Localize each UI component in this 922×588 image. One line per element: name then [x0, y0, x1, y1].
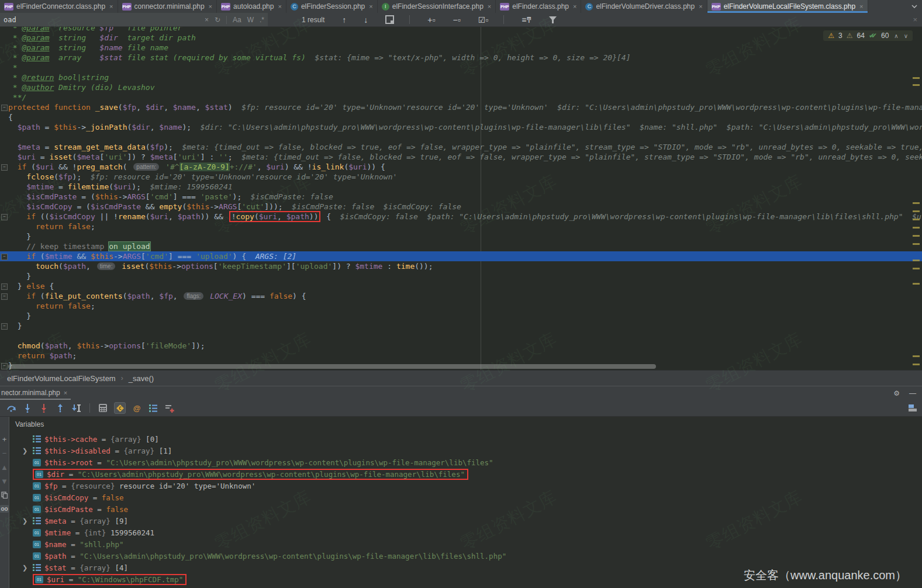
- editor-tab[interactable]: IelFinderSessionInterface.php×: [378, 0, 496, 13]
- editor-tab[interactable]: CelFinderSession.php×: [286, 0, 378, 13]
- previous-occurrence-icon[interactable]: ↑: [342, 15, 346, 25]
- settings-gear-icon[interactable]: ⚙: [893, 389, 900, 397]
- variable-row[interactable]: 01$mtime = {int} 1599560241: [9, 527, 922, 538]
- error-stripe-mark[interactable]: [913, 84, 920, 86]
- variable-row[interactable]: 01$name = "shll.php": [9, 538, 922, 550]
- fold-marker-icon[interactable]: −: [1, 164, 8, 171]
- layout-settings-icon[interactable]: [908, 400, 917, 416]
- code-line: * @author Dmitry (dio) Levashov: [0, 82, 922, 92]
- editor-tab[interactable]: PHPconnector.minimal.php×: [118, 0, 217, 13]
- add-occurrence-icon[interactable]: +▫: [427, 15, 435, 25]
- fold-marker-icon[interactable]: −: [1, 283, 8, 290]
- force-step-into-icon[interactable]: [39, 403, 49, 413]
- show-values-inline-icon[interactable]: C: [114, 402, 126, 414]
- variable-row[interactable]: 01$path = "C:\Users\admin\phpstudy_pro\W…: [9, 550, 922, 562]
- variable-row[interactable]: 01$isCmdCopy = false: [9, 492, 922, 503]
- debug-tab[interactable]: nector.minimal.php ×: [0, 386, 71, 400]
- error-stripe-mark[interactable]: [913, 210, 920, 212]
- add-watch-icon[interactable]: +: [2, 435, 7, 443]
- code-editor[interactable]: * @param resource $fp file pointer * @pa…: [0, 27, 922, 370]
- fold-marker-icon[interactable]: −: [1, 293, 8, 300]
- show-watches-icon[interactable]: oo: [0, 505, 9, 513]
- error-stripe-mark[interactable]: [913, 260, 920, 261]
- inspections-widget[interactable]: ⚠3 ⚠64 ✔✔60 ∧ ∨: [823, 30, 913, 41]
- search-input[interactable]: oad × ↻ Aa W .*: [0, 13, 268, 26]
- close-debug-tab-icon[interactable]: ×: [64, 389, 67, 396]
- editor-tab[interactable]: PHPelFinderConnector.class.php×: [0, 0, 118, 13]
- evaluate-expression-icon[interactable]: [98, 403, 108, 413]
- expand-chevron-icon[interactable]: ❯: [22, 517, 27, 525]
- numbered-list-icon[interactable]: [148, 403, 158, 413]
- error-stripe-mark[interactable]: [913, 283, 920, 285]
- error-stripe-mark[interactable]: [913, 77, 920, 79]
- prev-problem-chevron-icon[interactable]: ∧: [894, 33, 898, 39]
- next-problem-chevron-icon[interactable]: ∨: [904, 33, 908, 39]
- close-find-bar-icon[interactable]: ×: [913, 15, 917, 24]
- show-references-icon[interactable]: @: [132, 403, 142, 413]
- breadcrumb-class[interactable]: elFinderVolumeLocalFileSystem: [7, 374, 116, 383]
- editor-tab[interactable]: CelFinderVolumeDriver.class.php×: [581, 0, 707, 13]
- move-down-icon[interactable]: ▼: [1, 478, 8, 485]
- remove-watch-icon[interactable]: −: [2, 449, 7, 457]
- expand-chevron-icon[interactable]: ❯: [22, 564, 27, 572]
- error-stripe-mark[interactable]: [913, 268, 920, 269]
- fold-marker-icon[interactable]: −: [1, 214, 8, 220]
- error-stripe-mark[interactable]: [913, 219, 920, 220]
- variable-row[interactable]: 01$fp = {resource} resource id='20' type…: [9, 480, 922, 492]
- close-tab-icon[interactable]: ×: [573, 3, 576, 10]
- variable-row[interactable]: 01$isCmdPaste = false: [9, 503, 922, 515]
- code-line: if (($isCmdCopy || !rename($uri, $path))…: [0, 212, 922, 222]
- hidden-tabs-chevron-icon[interactable]: [907, 0, 922, 13]
- fold-marker-icon[interactable]: −: [1, 363, 8, 369]
- filter-icon[interactable]: [549, 16, 557, 23]
- select-all-occurrences-icon[interactable]: ☑▫: [478, 15, 489, 25]
- move-up-icon[interactable]: ▲: [1, 464, 8, 471]
- expand-chevron-icon[interactable]: ❯: [22, 447, 27, 455]
- search-in-selection-icon[interactable]: [385, 15, 394, 24]
- variable-row[interactable]: $this->cache = {array} [0]: [9, 433, 922, 445]
- add-to-watches-icon[interactable]: [164, 403, 175, 413]
- error-stripe-mark[interactable]: [913, 235, 920, 237]
- breadcrumb-method[interactable]: _save(): [129, 374, 154, 383]
- variable-row[interactable]: ❯$this->disabled = {array} [1]: [9, 445, 922, 456]
- search-result-count: 1 result: [302, 16, 324, 24]
- hide-panel-icon[interactable]: —: [909, 389, 916, 397]
- variable-text: $uri = "C:\Windows\phpFCDF.tmp": [47, 575, 183, 584]
- filter-lines-icon[interactable]: ≡ͳ: [522, 15, 531, 25]
- editor-tab[interactable]: PHPelFinder.class.php×: [496, 0, 581, 13]
- fold-marker-icon[interactable]: −: [1, 323, 8, 330]
- error-stripe-mark[interactable]: [913, 355, 920, 357]
- close-tab-icon[interactable]: ×: [488, 3, 491, 10]
- code-line: return $path;: [0, 351, 922, 361]
- close-tab-icon[interactable]: ×: [699, 3, 702, 10]
- horizontal-scrollbar[interactable]: [8, 364, 656, 369]
- close-tab-icon[interactable]: ×: [859, 3, 863, 10]
- next-occurrence-icon[interactable]: ↓: [364, 15, 368, 25]
- clear-search-icon[interactable]: ×: [205, 16, 209, 24]
- search-history-icon[interactable]: ↻: [215, 16, 220, 24]
- match-case-icon[interactable]: Aa: [233, 16, 241, 24]
- close-tab-icon[interactable]: ×: [209, 3, 212, 10]
- error-stripe-mark[interactable]: [913, 227, 920, 229]
- close-tab-icon[interactable]: ×: [369, 3, 372, 10]
- fold-marker-icon[interactable]: −: [1, 105, 8, 111]
- step-into-icon[interactable]: [22, 403, 33, 413]
- error-stripe-mark[interactable]: [913, 243, 920, 245]
- regex-icon[interactable]: .*: [260, 16, 264, 24]
- error-stripe-mark[interactable]: [913, 202, 920, 204]
- remove-occurrence-icon[interactable]: −▫: [453, 15, 461, 25]
- variable-row[interactable]: ❯$meta = {array} [9]: [9, 515, 922, 527]
- step-over-icon[interactable]: [6, 403, 16, 413]
- duplicate-watch-icon[interactable]: [1, 492, 8, 499]
- variable-row[interactable]: 01$this->root = "C:\Users\admin\phpstudy…: [9, 456, 922, 468]
- run-to-cursor-icon[interactable]: [71, 403, 82, 413]
- step-out-icon[interactable]: [55, 403, 65, 413]
- variable-row[interactable]: 01$dir = "C:\Users\admin\phpstudy_pro\WW…: [9, 468, 922, 480]
- error-stripe-mark[interactable]: [913, 364, 920, 365]
- editor-tab[interactable]: PHPelFinderVolumeLocalFileSystem.class.p…: [707, 0, 868, 13]
- close-tab-icon[interactable]: ×: [109, 3, 113, 10]
- close-tab-icon[interactable]: ×: [278, 3, 281, 10]
- fold-marker-icon[interactable]: −: [1, 254, 8, 260]
- whole-words-icon[interactable]: W: [247, 16, 254, 24]
- editor-tab[interactable]: PHPautoload.php×: [217, 0, 286, 13]
